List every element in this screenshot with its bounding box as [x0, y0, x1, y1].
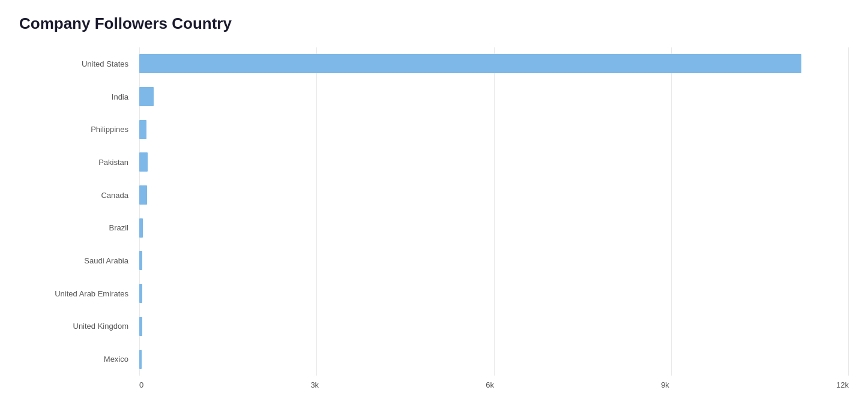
bar-row [139, 213, 849, 243]
x-axis: 03k6k9k12k [139, 380, 849, 389]
bar [139, 251, 142, 270]
bar-row [139, 278, 849, 308]
bar [139, 350, 142, 369]
y-label: Mexico [19, 344, 134, 374]
bar-row [139, 82, 849, 112]
x-axis-label: 0 [139, 380, 143, 389]
x-axis-label: 12k [836, 380, 849, 389]
bar [139, 284, 142, 303]
bar [139, 218, 143, 238]
bars-wrapper [139, 47, 849, 376]
bars-and-grid [139, 47, 849, 376]
y-label: Saudi Arabia [19, 245, 134, 275]
y-label: United States [19, 49, 134, 79]
y-label: India [19, 82, 134, 112]
bar-row [139, 245, 849, 275]
bar [139, 317, 142, 336]
bar-row [139, 147, 849, 177]
bar [139, 120, 146, 139]
bar [139, 185, 147, 205]
bar [139, 87, 154, 106]
y-label: United Arab Emirates [19, 278, 134, 308]
bar-row [139, 49, 849, 79]
y-label: Philippines [19, 115, 134, 145]
x-axis-label: 6k [486, 380, 494, 389]
chart-container: United StatesIndiaPhilippinesPakistanCan… [19, 47, 849, 389]
bar-row [139, 311, 849, 341]
bar [139, 54, 801, 73]
x-axis-label: 9k [661, 380, 669, 389]
bar-row [139, 344, 849, 374]
x-axis-label: 3k [310, 380, 319, 389]
y-label: Canada [19, 180, 134, 210]
bar [139, 152, 148, 172]
y-axis: United StatesIndiaPhilippinesPakistanCan… [19, 47, 139, 376]
chart-area: United StatesIndiaPhilippinesPakistanCan… [19, 47, 849, 376]
y-label: Brazil [19, 213, 134, 243]
bar-row [139, 180, 849, 210]
y-label: United Kingdom [19, 311, 134, 341]
chart-title: Company Followers Country [19, 14, 849, 33]
y-label: Pakistan [19, 147, 134, 177]
bar-row [139, 115, 849, 145]
